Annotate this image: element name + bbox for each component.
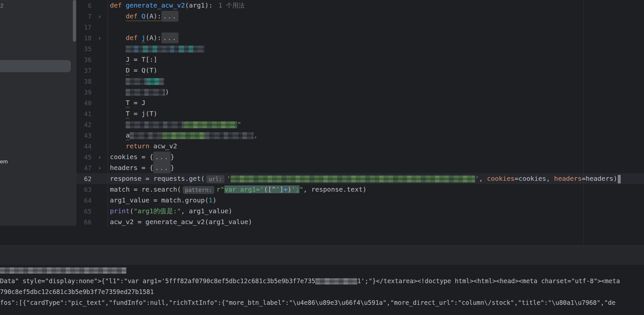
code-area[interactable]: ) (108, 87, 644, 97)
line-number[interactable]: 44 (76, 143, 92, 150)
sidebar-scrollbar[interactable] (73, 0, 76, 42)
code-line[interactable]: 64arg1_value = match.group(1) (76, 195, 644, 206)
line-number[interactable]: 66 (76, 219, 92, 226)
code-line[interactable]: 66acw_v2 = generate_acw_v2(arg1_value) (76, 217, 644, 227)
code-line[interactable]: 7› def Q(A):... (76, 11, 644, 22)
code-token: T (126, 110, 130, 117)
code-token: " (237, 120, 241, 128)
censored-text-block (126, 46, 204, 52)
line-number[interactable]: 35 (76, 45, 92, 52)
fold-arrow-icon[interactable]: › (92, 13, 108, 20)
code-token: ' (475, 175, 479, 182)
code-token: D (126, 66, 130, 74)
code-token (110, 34, 126, 42)
code-line[interactable]: 47›headers = {...} (76, 162, 644, 173)
code-line[interactable]: 35 (76, 43, 644, 54)
line-number[interactable]: 43 (76, 132, 92, 139)
tool-window-strip (0, 246, 644, 265)
code-token: T (126, 99, 130, 107)
line-number[interactable]: 41 (76, 110, 92, 117)
line-number[interactable]: 65 (76, 208, 92, 215)
code-token: fos":[{"cardType":"pic_text","fundInfo":… (0, 299, 615, 306)
line-number[interactable]: 63 (76, 186, 92, 193)
code-token: r" (217, 185, 224, 193)
code-area[interactable]: cookies = {...} (108, 152, 644, 162)
code-area[interactable]: def j(A):... (108, 32, 644, 43)
line-number[interactable]: 36 (76, 56, 92, 63)
code-area[interactable]: a, (108, 130, 644, 141)
code-area[interactable]: print("arg1的值是:", arg1_value) (108, 206, 644, 217)
code-line[interactable]: 38 (76, 76, 644, 87)
code-line[interactable]: 37 D = Q(T) (76, 65, 644, 76)
code-line[interactable]: 44 return acw_v2 (76, 141, 644, 152)
code-area[interactable] (108, 43, 644, 54)
line-number[interactable]: 47 (76, 164, 92, 172)
line-number[interactable]: 6 (76, 2, 92, 9)
code-token: def (126, 34, 141, 42)
code-token: def (110, 1, 126, 9)
code-area[interactable]: " (108, 119, 644, 130)
code-area[interactable] (108, 22, 644, 32)
code-area[interactable]: J = T[:] (108, 54, 644, 65)
code-token: '; (291, 185, 299, 193)
line-number[interactable]: 62 (76, 175, 92, 182)
fold-arrow-icon[interactable]: › (92, 165, 108, 171)
code-token: response = requests.get( (110, 175, 205, 182)
code-line[interactable]: 42 " (76, 119, 644, 130)
code-area[interactable] (108, 76, 644, 87)
code-area[interactable]: response = requests.get(url:'', cookies=… (108, 173, 644, 184)
fold-arrow-icon[interactable]: › (92, 154, 108, 160)
line-number[interactable]: 7 (76, 13, 92, 20)
code-area[interactable]: arg1_value = match.group(1) (108, 195, 644, 206)
line-number[interactable]: 40 (76, 99, 92, 107)
code-token (110, 12, 126, 20)
line-number[interactable]: 39 (76, 89, 92, 96)
code-line[interactable]: 18› def j(A):... (76, 32, 644, 43)
line-number[interactable]: 17 (76, 24, 92, 31)
project-sidebar: 2 em (0, 0, 76, 226)
code-area[interactable]: T = J (108, 97, 644, 108)
code-area[interactable]: def generate_acw_v2(arg1):1 个用法 (108, 0, 644, 11)
line-number[interactable]: 64 (76, 197, 92, 204)
line-number[interactable]: 37 (76, 67, 92, 74)
line-number[interactable]: 45 (76, 154, 92, 161)
folded-code-region[interactable]: ... (153, 152, 170, 162)
line-number[interactable]: 18 (76, 34, 92, 42)
code-line[interactable]: 63match = re.search(pattern:r"var arg1='… (76, 184, 644, 195)
code-line[interactable]: 17 (76, 22, 644, 32)
code-token (110, 99, 126, 107)
code-line[interactable]: 40 T = J (76, 97, 644, 108)
inlay-parameter-hint: pattern: (183, 186, 214, 194)
code-token: def (126, 12, 141, 20)
code-line[interactable]: 43 a, (76, 130, 644, 141)
code-area[interactable]: acw_v2 = generate_acw_v2(arg1_value) (108, 217, 644, 227)
code-line[interactable]: 45›cookies = {...} (76, 152, 644, 162)
folded-code-region[interactable]: ... (161, 11, 178, 22)
code-line[interactable]: 65print("arg1的值是:", arg1_value) (76, 206, 644, 217)
code-editor[interactable]: 6def generate_acw_v2(arg1):1 个用法7› def Q… (76, 0, 644, 245)
code-token: acw_v2 = generate_acw_v2(arg1_value) (110, 218, 252, 226)
usage-count-hint: 1 个用法 (218, 2, 245, 9)
code-area[interactable]: headers = {...} (108, 162, 644, 173)
code-area[interactable]: T = j(T) (108, 108, 644, 119)
code-line[interactable]: 6def generate_acw_v2(arg1):1 个用法 (76, 0, 644, 11)
code-token: ' (276, 185, 280, 193)
fold-arrow-icon[interactable]: › (92, 35, 108, 41)
run-console-output[interactable]: Data" style="display:none">{"l1":"var ar… (0, 265, 644, 315)
folded-code-region[interactable]: ... (153, 162, 170, 173)
code-token: (A): (145, 12, 161, 20)
code-area[interactable]: match = re.search(pattern:r"var arg1='([… (108, 184, 644, 195)
code-line-current[interactable]: 62response = requests.get(url:'', cookie… (76, 173, 644, 184)
folded-code-region[interactable]: ... (161, 32, 178, 43)
code-area[interactable]: def Q(A):... (108, 11, 644, 22)
code-token: ) (165, 88, 169, 96)
code-token (110, 142, 126, 150)
code-area[interactable]: return acw_v2 (108, 141, 644, 152)
code-area[interactable]: D = Q(T) (108, 65, 644, 76)
sidebar-selected-item[interactable] (0, 60, 71, 72)
code-line[interactable]: 39 ) (76, 87, 644, 97)
line-number[interactable]: 42 (76, 121, 92, 128)
code-line[interactable]: 36 J = T[:] (76, 54, 644, 65)
line-number[interactable]: 38 (76, 78, 92, 85)
code-line[interactable]: 41 T = j(T) (76, 108, 644, 119)
